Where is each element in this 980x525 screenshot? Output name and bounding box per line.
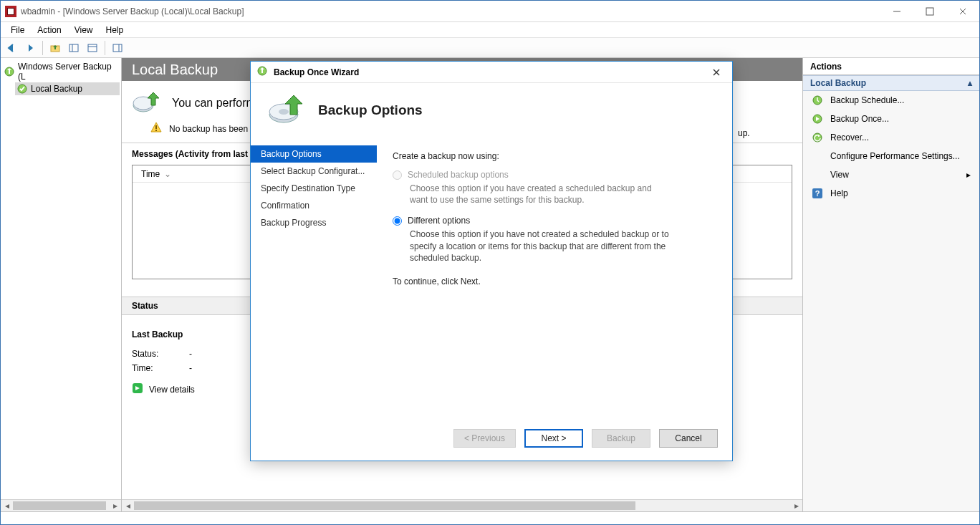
scrollbar-thumb[interactable] bbox=[13, 501, 106, 510]
dialog-close-button[interactable] bbox=[706, 64, 726, 80]
action-help[interactable]: ? Help bbox=[803, 184, 979, 203]
actions-group-header[interactable]: Local Backup ▴ bbox=[803, 75, 979, 91]
backup-once-wizard-dialog: Backup Once Wizard Backup Options Backup… bbox=[250, 61, 733, 461]
app-window: wbadmin - [Windows Server Backup (Local)… bbox=[0, 0, 980, 525]
tree-root-label: Windows Server Backup (L bbox=[18, 62, 118, 82]
titlebar: wbadmin - [Windows Server Backup (Local)… bbox=[1, 1, 979, 22]
perform-text: You can perform bbox=[172, 97, 256, 110]
time-value: - bbox=[189, 363, 192, 373]
blank-icon bbox=[812, 150, 823, 162]
action-view[interactable]: View ▸ bbox=[803, 165, 979, 184]
status-key: Status: bbox=[132, 349, 175, 359]
view-details-icon bbox=[132, 382, 143, 396]
dialog-hero: Backup Options bbox=[251, 83, 732, 144]
menu-view[interactable]: View bbox=[69, 24, 99, 37]
schedule-icon bbox=[812, 95, 823, 106]
cancel-button[interactable]: Cancel bbox=[659, 429, 718, 448]
chevron-down-icon: ⌄ bbox=[164, 169, 171, 179]
minimize-button[interactable] bbox=[880, 1, 913, 21]
step-confirmation[interactable]: Confirmation bbox=[251, 197, 377, 214]
statusbar bbox=[1, 511, 979, 524]
action-recover[interactable]: Recover... bbox=[803, 128, 979, 147]
tree-pane: Windows Server Backup (L Local Backup ◂ … bbox=[1, 58, 122, 511]
previous-button: < Previous bbox=[453, 429, 516, 448]
action-backup-once[interactable]: Backup Once... bbox=[803, 110, 979, 128]
backup-button: Backup bbox=[592, 429, 650, 448]
local-backup-icon bbox=[16, 83, 28, 95]
tree-local-backup[interactable]: Local Backup bbox=[15, 82, 120, 95]
center-scrollbar[interactable]: ◂ ▸ bbox=[122, 499, 802, 511]
menu-help[interactable]: Help bbox=[100, 24, 130, 37]
scrollbar-thumb[interactable] bbox=[134, 501, 635, 510]
tree-local-backup-label: Local Backup bbox=[31, 84, 82, 94]
svg-rect-15 bbox=[155, 125, 157, 129]
once-icon bbox=[812, 113, 823, 125]
action-label: Recover... bbox=[830, 133, 869, 143]
chevron-right-icon: ▸ bbox=[966, 170, 971, 180]
step-backup-options[interactable]: Backup Options bbox=[251, 145, 377, 163]
col-time-label: Time bbox=[141, 169, 160, 179]
radio-scheduled: Scheduled backup options bbox=[393, 170, 716, 180]
toolbar bbox=[1, 38, 979, 58]
radio-different-input[interactable] bbox=[393, 216, 402, 226]
back-button[interactable] bbox=[4, 40, 19, 56]
scrollbar-right-icon[interactable]: ▸ bbox=[109, 500, 121, 512]
actions-pane: Actions Local Backup ▴ Backup Schedule..… bbox=[802, 58, 979, 511]
step-destination-type[interactable]: Specify Destination Type bbox=[251, 180, 377, 197]
actions-header: Actions bbox=[803, 58, 979, 75]
show-hide-tree-button[interactable] bbox=[66, 40, 82, 56]
time-key: Time: bbox=[132, 363, 175, 373]
action-configure-performance[interactable]: Configure Performance Settings... bbox=[803, 147, 979, 165]
scrollbar-right-icon[interactable]: ▸ bbox=[790, 500, 802, 512]
svg-rect-9 bbox=[113, 44, 122, 52]
backup-big-icon bbox=[132, 90, 163, 116]
svg-rect-7 bbox=[88, 44, 97, 52]
scrollbar-left-icon[interactable]: ◂ bbox=[122, 500, 134, 512]
close-icon bbox=[957, 6, 969, 17]
svg-rect-5 bbox=[69, 44, 78, 52]
radio-different-label: Different options bbox=[408, 216, 470, 226]
minimize-icon bbox=[891, 6, 903, 17]
col-time[interactable]: Time ⌄ bbox=[141, 169, 171, 179]
properties-button[interactable] bbox=[85, 40, 100, 56]
warning-icon bbox=[150, 122, 162, 135]
radio-different[interactable]: Different options bbox=[393, 216, 716, 226]
wizard-large-icon bbox=[265, 93, 305, 127]
properties-icon bbox=[87, 42, 98, 54]
close-button[interactable] bbox=[946, 1, 979, 21]
step-backup-progress[interactable]: Backup Progress bbox=[251, 214, 377, 231]
warn-text: No backup has been co bbox=[169, 124, 259, 134]
step-select-configuration[interactable]: Select Backup Configurat... bbox=[251, 163, 377, 180]
action-backup-schedule[interactable]: Backup Schedule... bbox=[803, 91, 979, 110]
radio-different-desc: Choose this option if you have not creat… bbox=[410, 228, 682, 264]
tree-pane-icon bbox=[68, 42, 80, 54]
maximize-icon bbox=[924, 6, 936, 17]
action-label: Backup Schedule... bbox=[830, 95, 904, 105]
forward-button[interactable] bbox=[22, 40, 38, 56]
menu-file[interactable]: File bbox=[5, 24, 30, 37]
radio-scheduled-desc: Choose this option if you have created a… bbox=[410, 183, 668, 206]
folder-up-icon bbox=[49, 42, 61, 54]
svg-point-28 bbox=[279, 109, 289, 115]
up-button[interactable] bbox=[47, 40, 63, 56]
collapse-icon: ▴ bbox=[968, 78, 972, 88]
tree-root[interactable]: Windows Server Backup (L bbox=[2, 61, 120, 82]
warn-trailing: up. bbox=[738, 128, 750, 138]
menu-action[interactable]: Action bbox=[32, 24, 67, 37]
status-value: - bbox=[189, 349, 192, 359]
wizard-steps: Backup Options Select Backup Configurat.… bbox=[251, 144, 377, 420]
action-label: Backup Once... bbox=[830, 114, 889, 124]
dialog-heading: Backup Options bbox=[318, 102, 423, 118]
action-label: Help bbox=[830, 188, 848, 198]
svg-point-14 bbox=[133, 97, 153, 110]
view-details-label: View details bbox=[149, 385, 195, 395]
next-button[interactable]: Next > bbox=[524, 429, 583, 448]
forward-icon bbox=[24, 42, 36, 54]
scrollbar-left-icon[interactable]: ◂ bbox=[1, 500, 13, 512]
help-toolbar-button[interactable] bbox=[110, 40, 125, 56]
dialog-body: Backup Options Select Backup Configurat.… bbox=[251, 144, 732, 420]
menubar: File Action View Help bbox=[1, 22, 979, 38]
window-controls bbox=[880, 1, 979, 21]
maximize-button[interactable] bbox=[913, 1, 946, 21]
tree-scrollbar[interactable]: ◂ ▸ bbox=[1, 499, 121, 511]
